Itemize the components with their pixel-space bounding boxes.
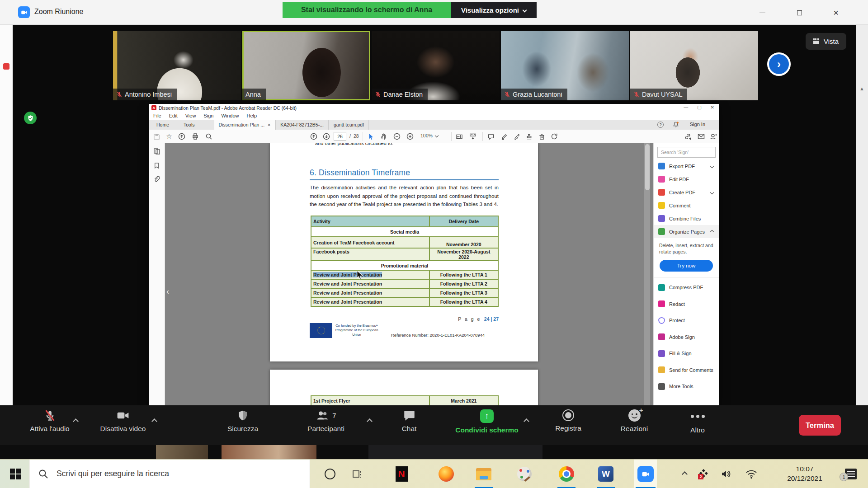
page-thumbnails-icon[interactable] (153, 148, 160, 156)
notification-center-button[interactable]: 1 (840, 460, 862, 488)
tool-compress-pdf[interactable]: Compress PDF (654, 279, 719, 296)
chevron-up-icon[interactable] (710, 230, 714, 233)
security-shield-badge[interactable] (24, 112, 37, 124)
doc-tab-gantt[interactable]: gantt team.pdf (329, 120, 369, 130)
share-screen-button[interactable]: ↑ Condividi schermo (453, 409, 521, 434)
cortana-button[interactable] (320, 460, 340, 488)
comment-tool-icon[interactable] (487, 133, 495, 140)
attachments-icon[interactable] (153, 176, 160, 183)
tool-combine-files[interactable]: Combine Files (654, 212, 719, 225)
record-button[interactable]: Registra (539, 409, 598, 432)
view-options-button[interactable]: Visualizza opzioni (451, 2, 537, 18)
network-button[interactable] (742, 460, 760, 488)
start-button[interactable] (5, 460, 25, 488)
tool-edit-pdf[interactable]: Edit PDF (654, 173, 719, 186)
security-button[interactable]: Sicurezza (213, 409, 272, 433)
tab-home[interactable]: Home (149, 120, 176, 130)
tool-redact[interactable]: Redact (654, 296, 719, 313)
taskbar-search-input[interactable] (29, 460, 310, 488)
taskbar-app-paint[interactable] (514, 460, 534, 488)
leave-meeting-button[interactable]: Termina (799, 415, 841, 436)
video-tile-anna[interactable]: Anna (242, 31, 370, 100)
tool-create-pdf[interactable]: Create PDF (654, 186, 719, 199)
minimize-button[interactable] (753, 7, 771, 19)
tool-adobe-sign[interactable]: Adobe Sign (654, 329, 719, 346)
delete-tool-icon[interactable] (538, 133, 545, 140)
reactions-button[interactable]: + Reazioni (605, 409, 664, 433)
volume-button[interactable] (717, 460, 735, 488)
more-button[interactable]: Altro (668, 409, 727, 434)
hand-tool-icon[interactable] (380, 133, 387, 140)
pdf-page-2[interactable]: 1st Project Flyer March 2021 (270, 370, 538, 405)
stop-video-button[interactable]: Disattiva video (94, 409, 152, 433)
task-view-button[interactable] (347, 460, 367, 488)
help-icon[interactable]: ? (657, 122, 664, 128)
highlight-tool-icon[interactable] (500, 133, 508, 140)
vista-view-button[interactable]: Vista (806, 33, 846, 50)
participants-options-chevron[interactable] (368, 417, 372, 425)
taskbar-app-word[interactable]: W (596, 460, 616, 488)
scrollbar-thumb[interactable] (645, 144, 650, 190)
sign-tool-icon[interactable] (513, 133, 520, 140)
acrobat-close-button[interactable]: ✕ (711, 105, 714, 110)
tool-export-pdf[interactable]: Export PDF (654, 160, 719, 173)
video-tile-davut[interactable]: Davut UYSAL (630, 31, 758, 100)
menu-edit[interactable]: Edit (169, 113, 178, 118)
menu-sign[interactable]: Sign (203, 113, 213, 118)
close-button[interactable]: × (827, 7, 845, 19)
taskbar-app-file-explorer[interactable] (474, 460, 494, 488)
video-tile-grazia[interactable]: Grazia Lucantoni (501, 31, 629, 100)
tool-more-tools[interactable]: More Tools (654, 378, 719, 395)
chevron-down-icon[interactable] (710, 164, 714, 168)
share-options-chevron[interactable] (524, 417, 528, 425)
account-icon[interactable] (710, 133, 717, 140)
try-now-button[interactable]: Try now (660, 260, 713, 272)
previous-page-icon[interactable] (310, 133, 317, 140)
menu-help[interactable]: Help (247, 113, 257, 118)
zoom-level-dropdown[interactable]: 100% (420, 133, 438, 138)
tray-app-badge[interactable]: 2 (695, 460, 712, 488)
collapse-left-panel-icon[interactable]: ‹ (166, 287, 169, 296)
acrobat-maximize-button[interactable]: ▢ (697, 105, 701, 110)
scroll-up-icon[interactable]: ▲ (856, 25, 868, 91)
clock[interactable]: 10:07 20/12/2021 (775, 464, 834, 483)
tool-protect[interactable]: Protect (654, 312, 719, 329)
menu-file[interactable]: File (153, 113, 161, 118)
bookmarks-icon[interactable] (153, 162, 160, 170)
fit-width-icon[interactable] (456, 133, 463, 140)
share-upload-icon[interactable] (178, 133, 185, 140)
taskbar-app-netflix[interactable]: N (392, 460, 411, 488)
chevron-down-icon[interactable] (710, 190, 714, 194)
video-tile-antonino[interactable]: Antonino Imbesi (113, 31, 241, 100)
stamp-tool-icon[interactable] (525, 133, 533, 140)
unmute-button[interactable]: Attiva l'audio (20, 409, 79, 433)
background-scrollbar[interactable]: ▲ ▼ (856, 25, 868, 459)
refresh-tool-icon[interactable] (551, 133, 558, 140)
next-page-icon[interactable] (323, 133, 330, 140)
participants-button[interactable]: 7 Partecipanti (297, 409, 355, 433)
tools-search-input[interactable] (657, 147, 716, 158)
doc-tab-ka204[interactable]: KA204-F82712B5-... (275, 120, 329, 130)
print-icon[interactable] (192, 133, 199, 140)
menu-window[interactable]: Window (221, 113, 239, 118)
share-link-icon[interactable] (684, 133, 691, 140)
star-favorites-icon[interactable]: ☆ (165, 133, 173, 140)
notifications-bell-icon[interactable] (673, 121, 679, 129)
email-icon[interactable] (698, 133, 705, 140)
tool-send-for-comments[interactable]: Send for Comments (654, 362, 719, 379)
pdf-page-1[interactable]: and other publications circulated to: 6.… (270, 143, 538, 361)
save-icon[interactable] (153, 133, 160, 140)
menu-view[interactable]: View (185, 113, 196, 118)
scroll-down-icon[interactable]: ▼ (856, 91, 868, 454)
taskbar-app-chrome[interactable] (557, 460, 576, 488)
sign-in-link[interactable]: Sign In (690, 122, 705, 127)
tray-expand-button[interactable] (676, 460, 693, 488)
tool-fill-sign[interactable]: Fill & Sign (654, 345, 719, 362)
maximize-button[interactable] (790, 7, 808, 19)
next-participants-button[interactable]: › (767, 52, 791, 76)
taskbar-app-firefox[interactable] (436, 460, 456, 488)
page-number-input[interactable]: 26 (334, 132, 346, 141)
measure-tool-icon[interactable] (469, 133, 476, 140)
selection-tool-icon[interactable] (367, 133, 374, 140)
zoom-in-icon[interactable] (406, 133, 414, 140)
